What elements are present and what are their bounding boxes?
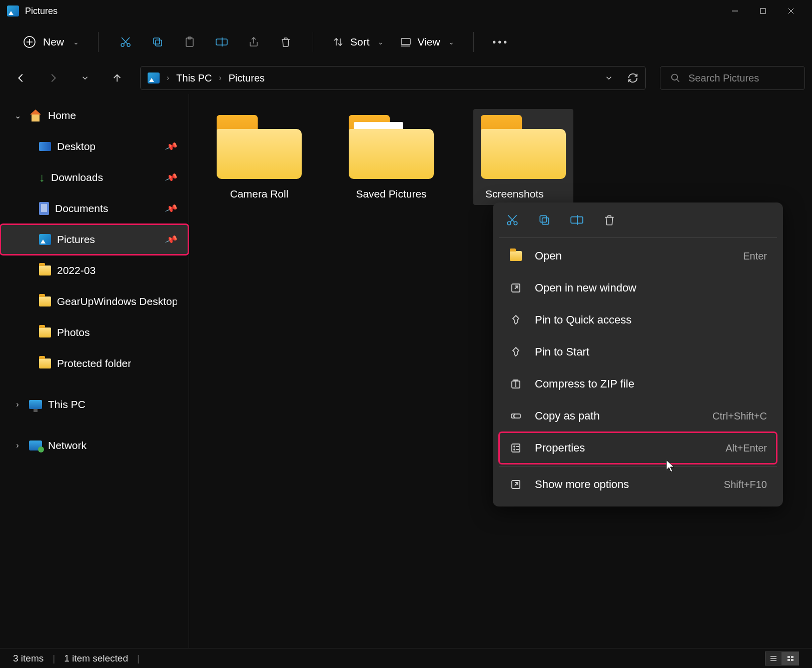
- sidebar-item-protected-folder[interactable]: Protected folder: [0, 348, 189, 379]
- chevron-down-icon[interactable]: [604, 74, 613, 82]
- toolbar: New ⌄ Sort ⌄: [0, 22, 812, 62]
- details-view-button[interactable]: [765, 652, 782, 666]
- forward-button[interactable]: [44, 69, 62, 87]
- status-sep: |: [137, 653, 140, 664]
- rename-icon: [215, 36, 228, 48]
- folder-camera-roll[interactable]: Camera Roll: [209, 109, 309, 205]
- new-button[interactable]: New ⌄: [18, 32, 84, 52]
- sidebar-item-label: 2022-03: [57, 264, 96, 276]
- menu-copy-path[interactable]: Copy as path Ctrl+Shift+C: [499, 400, 777, 432]
- sidebar-item-2022-03[interactable]: 2022-03: [0, 255, 189, 286]
- sort-button[interactable]: Sort ⌄: [327, 33, 389, 51]
- copy-icon: [152, 36, 164, 48]
- folder-icon: [39, 296, 51, 306]
- menu-pin-quick-access[interactable]: Pin to Quick access: [499, 304, 777, 336]
- svg-rect-34: [571, 217, 583, 224]
- sidebar-item-pictures[interactable]: Pictures 📌: [0, 224, 189, 255]
- menu-show-more[interactable]: Show more options Shift+F10: [499, 468, 777, 500]
- statusbar: 3 items | 1 item selected |: [0, 648, 812, 668]
- sidebar-item-desktop[interactable]: Desktop 📌: [0, 131, 189, 162]
- folder-icon: [39, 328, 51, 338]
- sidebar-item-label: Downloads: [51, 172, 103, 184]
- new-window-icon: [509, 281, 523, 295]
- sidebar-item-label: Home: [48, 110, 76, 122]
- minimize-button[interactable]: [721, 0, 749, 22]
- pictures-icon: [39, 234, 51, 245]
- folder-icon: [39, 266, 51, 276]
- breadcrumb-segment[interactable]: Pictures: [229, 72, 265, 84]
- sidebar-item-network[interactable]: › Network: [0, 430, 189, 461]
- sidebar-item-label: Documents: [55, 202, 108, 214]
- search-placeholder: Search Pictures: [688, 72, 759, 84]
- svg-line-20: [677, 80, 679, 82]
- more-button[interactable]: •••: [488, 29, 514, 55]
- pin-icon: 📌: [164, 202, 178, 216]
- view-toggle: [765, 652, 799, 666]
- copy-button[interactable]: [145, 29, 171, 55]
- pin-icon: [509, 313, 523, 327]
- paste-button[interactable]: [177, 29, 203, 55]
- menu-compress-zip[interactable]: Compress to ZIP file: [499, 368, 777, 400]
- document-icon: [39, 202, 49, 215]
- view-button[interactable]: View ⌄: [395, 33, 459, 51]
- sidebar-item-photos[interactable]: Photos: [0, 317, 189, 348]
- maximize-button[interactable]: [749, 0, 777, 22]
- folder-screenshots[interactable]: Screenshots: [473, 109, 573, 205]
- breadcrumb[interactable]: › This PC › Pictures: [140, 66, 646, 90]
- chevron-down-icon: ⌄: [12, 111, 23, 120]
- sidebar-item-label: Pictures: [57, 234, 95, 246]
- close-button[interactable]: [777, 0, 805, 22]
- menu-pin-start[interactable]: Pin to Start: [499, 336, 777, 368]
- status-sep: |: [53, 653, 55, 664]
- menu-properties[interactable]: Properties Alt+Enter: [499, 432, 777, 464]
- menu-shortcut: Ctrl+Shift+C: [712, 410, 767, 422]
- menu-label: Pin to Start: [535, 346, 589, 358]
- icons-view-button[interactable]: [782, 652, 799, 666]
- folder-icon: [39, 358, 51, 368]
- share-button[interactable]: [241, 29, 267, 55]
- svg-rect-33: [540, 216, 546, 222]
- chevron-right-icon: ›: [12, 400, 23, 409]
- sidebar-item-this-pc[interactable]: › This PC: [0, 389, 189, 420]
- sidebar-item-downloads[interactable]: ↓ Downloads 📌: [0, 162, 189, 193]
- sidebar-item-label: GearUpWindows Desktop: [57, 296, 177, 308]
- svg-rect-15: [216, 39, 227, 45]
- svg-rect-32: [542, 218, 549, 224]
- more-icon: •••: [492, 36, 509, 48]
- back-button[interactable]: [12, 69, 30, 87]
- monitor-icon: [29, 400, 42, 409]
- menu-label: Properties: [535, 442, 585, 454]
- cut-button[interactable]: [113, 29, 139, 55]
- folder-label: Screenshots: [478, 188, 544, 200]
- status-selected: 1 item selected: [64, 653, 128, 664]
- sidebar-item-documents[interactable]: Documents 📌: [0, 193, 189, 224]
- up-button[interactable]: [108, 69, 126, 87]
- folder-saved-pictures[interactable]: Saved Pictures: [341, 109, 441, 205]
- search-input[interactable]: Search Pictures: [660, 66, 805, 90]
- cut-icon[interactable]: [506, 214, 519, 226]
- pictures-icon: [148, 72, 160, 84]
- titlebar: Pictures: [0, 0, 812, 22]
- navrow: › This PC › Pictures Search Pictures: [0, 62, 812, 94]
- view-label: View: [418, 36, 440, 48]
- sidebar-item-label: Photos: [57, 326, 90, 338]
- rename-icon[interactable]: [570, 214, 584, 226]
- recent-button[interactable]: [76, 69, 94, 87]
- refresh-icon[interactable]: [627, 72, 638, 84]
- delete-button[interactable]: [273, 29, 299, 55]
- sidebar-item-home[interactable]: ⌄ Home: [0, 100, 189, 131]
- breadcrumb-sep-icon: ›: [219, 74, 221, 82]
- svg-rect-11: [156, 40, 162, 46]
- menu-open-new-window[interactable]: Open in new window: [499, 272, 777, 304]
- breadcrumb-segment[interactable]: This PC: [176, 72, 212, 84]
- menu-separator: [499, 466, 777, 466]
- folder-label: Camera Roll: [230, 188, 289, 200]
- menu-open[interactable]: Open Enter: [499, 240, 777, 272]
- copy-icon[interactable]: [538, 214, 551, 226]
- menu-label: Open in new window: [535, 282, 636, 294]
- sidebar-item-label: This PC: [48, 398, 86, 410]
- delete-icon[interactable]: [603, 214, 616, 226]
- sidebar-item-gearupwindows[interactable]: GearUpWindows Desktop: [0, 286, 189, 317]
- context-menu: Open Enter Open in new window Pin to Qui…: [493, 202, 783, 506]
- rename-button[interactable]: [209, 29, 235, 55]
